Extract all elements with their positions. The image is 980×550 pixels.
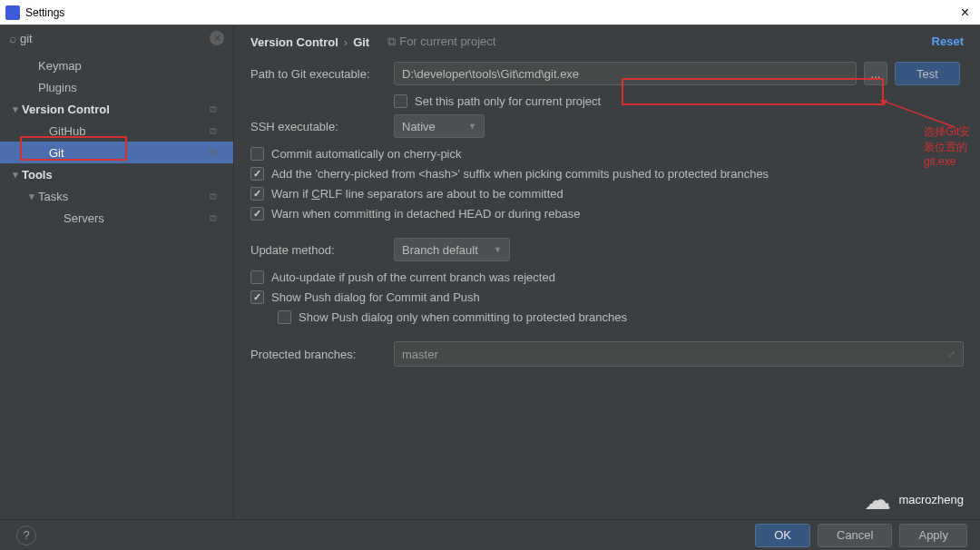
browse-button[interactable]: ... — [864, 62, 887, 85]
checkbox-icon — [394, 94, 407, 108]
sidebar-item-github[interactable]: GitHub⧉ — [0, 120, 233, 142]
sidebar-item-version-control[interactable]: ▼Version Control⧉ — [0, 98, 233, 120]
update-method-select[interactable]: Branch default▼ — [394, 238, 510, 261]
sidebar-item-servers[interactable]: Servers⧉ — [0, 207, 233, 229]
copy-icon: ⧉ — [210, 103, 224, 115]
warn-detached-checkbox[interactable]: Warn when committing in detached HEAD or… — [250, 207, 964, 221]
expand-icon[interactable]: ⤢ — [947, 349, 956, 360]
cancel-button[interactable]: Cancel — [818, 524, 892, 547]
sidebar-item-plugins[interactable]: Plugins — [0, 76, 233, 98]
annotation-text: 选择Git安装位置的git.exe — [924, 124, 980, 168]
checkbox-icon — [250, 147, 264, 161]
show-push-protected-checkbox[interactable]: Show Push dialog only when committing to… — [278, 310, 964, 324]
sidebar: ⌕ ✕ Keymap Plugins ▼Version Control⧉ Git… — [0, 25, 234, 519]
checkbox-icon — [278, 310, 291, 324]
checkbox-icon — [250, 167, 264, 181]
window-title: Settings — [25, 6, 956, 19]
set-path-only-checkbox[interactable]: Set this path only for current project — [394, 94, 964, 108]
ok-button[interactable]: OK — [755, 524, 810, 547]
sidebar-item-git[interactable]: Git⧉ — [0, 142, 233, 163]
breadcrumb-parent[interactable]: Version Control — [250, 35, 338, 49]
search-icon: ⌕ — [9, 31, 16, 45]
close-icon[interactable]: × — [956, 5, 975, 21]
chevron-down-icon: ▼ — [468, 122, 476, 131]
warn-crlf-checkbox[interactable]: Warn if CRLF line separators are about t… — [250, 187, 964, 201]
titlebar: Settings × — [0, 0, 980, 25]
copy-icon: ⧉ — [210, 125, 224, 137]
clear-search-icon[interactable]: ✕ — [210, 31, 224, 45]
protected-branches-input[interactable]: master ⤢ — [394, 341, 964, 367]
auto-update-checkbox[interactable]: Auto-update if push of the current branc… — [250, 270, 964, 284]
checkbox-icon — [250, 207, 264, 221]
checkbox-icon — [250, 270, 264, 284]
checkbox-icon — [250, 290, 264, 304]
sidebar-item-tasks[interactable]: ▼Tasks⧉ — [0, 185, 233, 207]
settings-tree: Keymap Plugins ▼Version Control⧉ GitHub⧉… — [0, 51, 233, 229]
apply-button[interactable]: Apply — [899, 524, 967, 547]
protected-label: Protected branches: — [250, 348, 394, 361]
help-button[interactable]: ? — [16, 525, 36, 545]
content-panel: Version Control › Git ⧉For current proje… — [234, 25, 980, 519]
reset-link[interactable]: Reset — [932, 34, 964, 48]
test-button[interactable]: Test — [895, 62, 960, 85]
sidebar-item-tools[interactable]: ▼Tools — [0, 163, 233, 185]
scope-label: ⧉For current project — [387, 34, 495, 49]
commit-auto-checkbox[interactable]: Commit automatically on cherry-pick — [250, 147, 964, 161]
sidebar-item-keymap[interactable]: Keymap — [0, 54, 233, 76]
footer: ? OK Cancel Apply — [0, 519, 980, 550]
path-label: Path to Git executable: — [250, 67, 394, 81]
git-path-input[interactable] — [394, 62, 857, 85]
copy-icon: ⧉ — [210, 191, 224, 202]
update-label: Update method: — [250, 243, 394, 257]
checkbox-icon — [250, 187, 264, 201]
ssh-select[interactable]: Native▼ — [394, 114, 485, 138]
add-cherry-checkbox[interactable]: Add the 'cherry-picked from <hash>' suff… — [250, 167, 964, 181]
app-icon — [5, 5, 20, 20]
show-push-checkbox[interactable]: Show Push dialog for Commit and Push — [250, 290, 964, 304]
ssh-label: SSH executable: — [250, 120, 394, 133]
copy-icon: ⧉ — [210, 147, 224, 159]
search-wrap: ⌕ ✕ — [0, 25, 233, 51]
breadcrumb: Version Control › Git ⧉For current proje… — [250, 34, 964, 49]
copy-icon: ⧉ — [210, 212, 224, 224]
breadcrumb-current: Git — [353, 35, 369, 49]
chevron-down-icon: ▼ — [494, 245, 502, 254]
chevron-right-icon: › — [344, 35, 348, 49]
search-input[interactable] — [20, 32, 210, 45]
copy-icon: ⧉ — [387, 34, 396, 48]
